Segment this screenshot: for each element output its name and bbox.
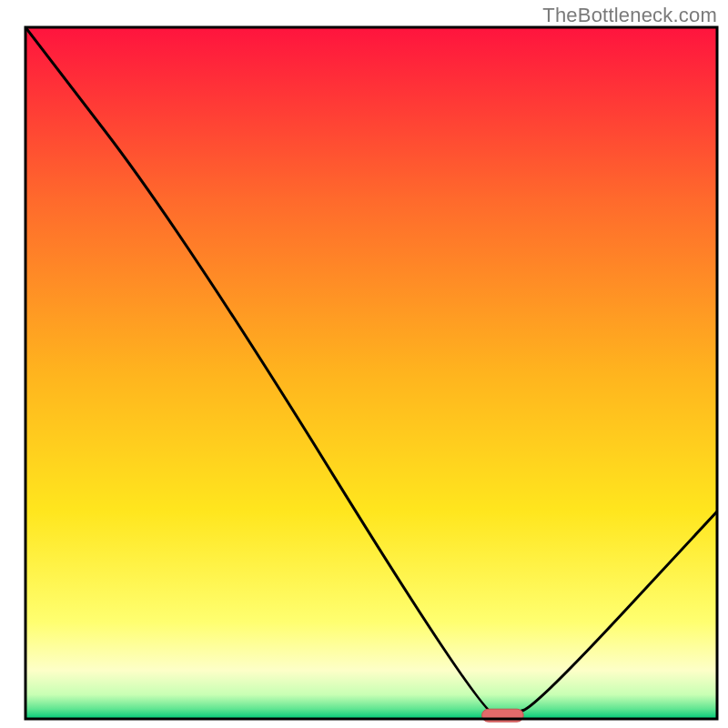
bottleneck-chart [0, 0, 728, 728]
attribution-label: TheBottleneck.com [542, 4, 717, 27]
gradient-background [25, 27, 717, 719]
chart-container: TheBottleneck.com [0, 0, 728, 728]
